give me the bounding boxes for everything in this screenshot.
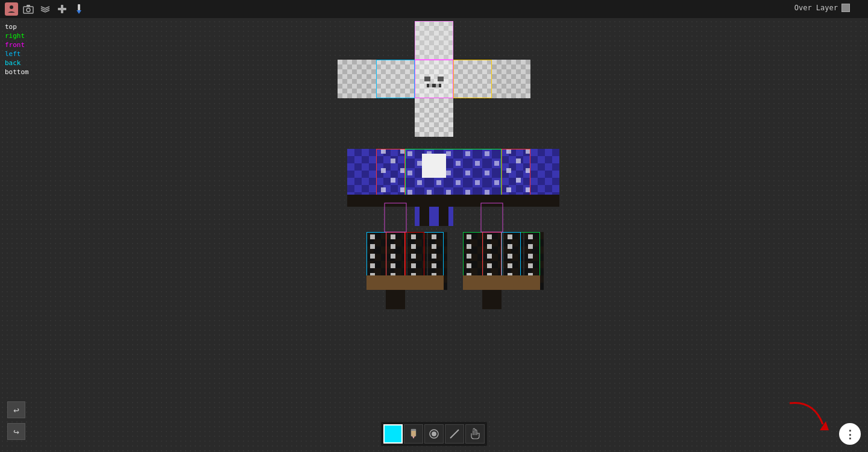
svg-point-0 (10, 5, 13, 9)
over-layer-section: Over Layer (794, 4, 850, 12)
tools-palette (381, 422, 487, 446)
camera-icon[interactable] (22, 2, 35, 16)
svg-rect-6 (78, 4, 80, 10)
svg-rect-1 (24, 7, 33, 13)
svg-point-2 (27, 8, 30, 12)
skin-editor-canvas[interactable] (0, 18, 868, 452)
line-tool[interactable] (445, 424, 464, 444)
redo-button[interactable]: ↪ (7, 423, 25, 440)
undo-redo-panel: ↩ ↪ (7, 401, 25, 440)
svg-point-10 (432, 432, 436, 436)
svg-marker-12 (820, 421, 829, 430)
pencil-tool[interactable] (404, 424, 423, 444)
svg-rect-3 (27, 5, 30, 7)
over-layer-checkbox[interactable] (841, 4, 850, 12)
settings-icon[interactable] (55, 2, 69, 16)
avatar-icon[interactable] (5, 2, 18, 16)
over-layer-text: Over Layer (794, 4, 838, 12)
paint-icon[interactable] (72, 2, 86, 16)
svg-rect-5 (58, 8, 66, 10)
layers-icon[interactable] (39, 2, 52, 16)
undo-button[interactable]: ↩ (7, 401, 25, 418)
eraser-tool[interactable] (424, 424, 444, 444)
more-button[interactable]: ⋮ (839, 423, 861, 445)
hand-tool[interactable] (465, 424, 485, 444)
color-swatch[interactable] (383, 424, 403, 444)
svg-line-11 (450, 430, 459, 438)
arrow-indicator (784, 397, 832, 435)
svg-rect-8 (411, 429, 416, 431)
toolbar: Over Layer (0, 0, 868, 18)
